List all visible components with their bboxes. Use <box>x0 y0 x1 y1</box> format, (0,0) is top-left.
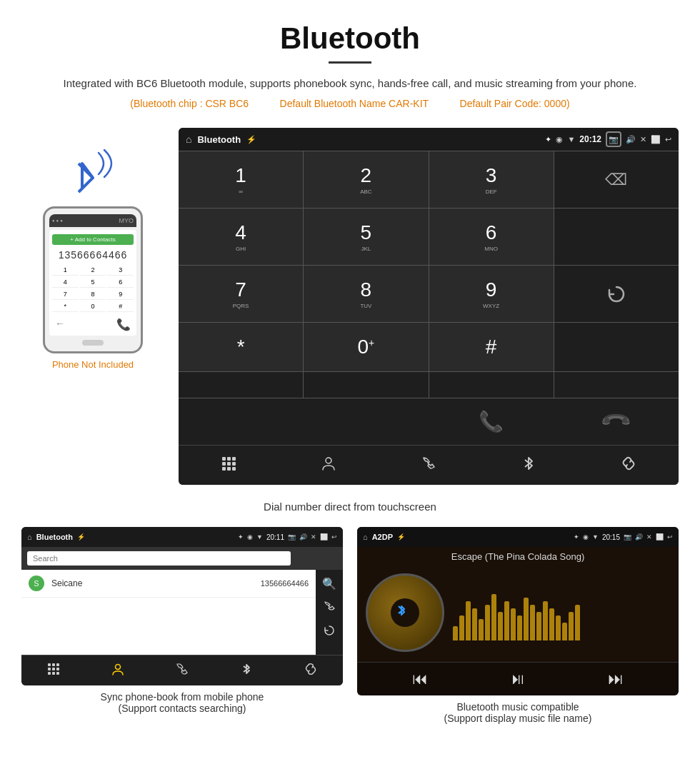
music-statusbar: ⌂ A2DP ⚡ ✦ ◉ ▼ 20:15 📷 🔊 ✕ ⬜ ↩ <box>357 527 679 547</box>
visualizer-bar <box>530 605 535 640</box>
dialpad-android-screen: ⌂ Bluetooth ⚡ ✦ ◉ ▼ 20:12 📷 🔊 ✕ ⬜ ↩ 1 ∞ <box>179 128 679 485</box>
visualizer-bar <box>453 626 458 640</box>
dial-key-7[interactable]: 7 PQRS <box>179 266 303 322</box>
pb-link-btn[interactable] <box>279 655 343 685</box>
svg-rect-14 <box>52 668 55 670</box>
close-btn[interactable]: ✕ <box>640 135 646 144</box>
link-icon[interactable] <box>579 446 679 485</box>
music-controls: ⏮ ⏯ ⏭ <box>357 662 679 695</box>
dial-key-star[interactable]: * <box>179 323 303 371</box>
contacts-icon[interactable] <box>279 446 379 485</box>
pb-phone-btn[interactable] <box>150 655 214 685</box>
pb-statusbar: ⌂ Bluetooth ⚡ ✦ ◉ ▼ 20:11 📷 🔊 ✕ ⬜ ↩ <box>21 527 343 547</box>
phone-dots: ●●● <box>52 218 64 223</box>
svg-rect-15 <box>56 668 59 670</box>
pb-phone-side-icon[interactable] <box>324 600 335 615</box>
usb-icon: ⚡ <box>246 135 256 144</box>
music-screenshot-box: ⌂ A2DP ⚡ ✦ ◉ ▼ 20:15 📷 🔊 ✕ ⬜ ↩ Escape (T… <box>357 527 679 727</box>
visualizer-bar <box>511 608 516 640</box>
visualizer-bar <box>498 612 503 640</box>
album-art <box>366 573 444 652</box>
dial-key-4[interactable]: 4 GHI <box>179 208 303 265</box>
phone-call-icon[interactable]: 📞 <box>116 318 131 331</box>
pb-search-side-icon[interactable]: 🔍 <box>322 577 336 590</box>
music-cam-icon: 📷 <box>624 533 631 541</box>
pb-dialpad-btn[interactable] <box>21 655 86 685</box>
pb-search-input[interactable] <box>27 551 291 566</box>
page-header: Bluetooth Integrated with BC6 Bluetooth … <box>0 0 700 128</box>
pb-contacts-btn[interactable] <box>86 655 150 685</box>
call-left-empty2 <box>304 398 429 445</box>
bluetooth-signal <box>64 142 121 199</box>
dial-key-hash[interactable]: # <box>429 323 554 371</box>
back-btn[interactable]: ↩ <box>665 135 671 144</box>
dial-key-redial[interactable] <box>554 266 679 322</box>
next-track-btn[interactable]: ⏭ <box>608 670 624 688</box>
dial-key-3[interactable]: 3 DEF <box>429 151 554 208</box>
pb-caption-line1: Sync phone-book from mobile phone <box>101 691 264 703</box>
dialpad-grid: 1 ∞ 2 ABC 3 DEF ⌫ 4 GHI 5 JKL <box>179 151 679 371</box>
bt-name: Default Bluetooth Name CAR-KIT <box>280 98 429 109</box>
volume-icon[interactable]: 🔊 <box>626 135 636 144</box>
dial-key-5[interactable]: 5 JKL <box>304 208 428 265</box>
music-content <box>357 563 679 662</box>
visualizer-bar <box>517 615 522 640</box>
svg-rect-16 <box>48 672 51 675</box>
phone-dialpad: 1 2 3 4 5 6 7 8 9 * 0 # <box>52 265 134 312</box>
music-bt-icon: ✦ <box>574 533 579 541</box>
song-title: Escape (The Pina Colada Song) <box>357 547 679 563</box>
call-button[interactable]: 📞 <box>429 398 554 445</box>
pb-contact-row: S Seicane 13566664466 <box>21 570 316 598</box>
end-button[interactable]: 📞 <box>554 398 679 445</box>
dial-key-1[interactable]: 1 ∞ <box>179 151 303 208</box>
svg-rect-1 <box>227 457 231 461</box>
svg-rect-6 <box>222 467 226 471</box>
add-contacts-btn[interactable]: + Add to Contacts <box>52 234 134 245</box>
play-pause-btn[interactable]: ⏯ <box>510 670 526 688</box>
svg-rect-4 <box>227 462 231 466</box>
statusbar-left: ⌂ Bluetooth ⚡ <box>186 134 256 145</box>
dial-key-backspace[interactable]: ⌫ <box>554 151 679 208</box>
dial-key-8[interactable]: 8 TUV <box>304 266 428 322</box>
visualizer-bar <box>459 615 464 640</box>
statusbar-right: ✦ ◉ ▼ 20:12 📷 🔊 ✕ ⬜ ↩ <box>545 131 671 147</box>
phone-icon[interactable] <box>379 446 479 485</box>
music-home-icon: ⌂ <box>363 533 368 541</box>
dial-key-empty-2 <box>554 323 679 371</box>
music-vol-icon: 🔊 <box>635 533 643 541</box>
pb-search-row <box>21 547 343 570</box>
status-time: 20:12 <box>579 134 601 144</box>
bluetooth-bottom-icon[interactable] <box>479 446 579 485</box>
description-text: Integrated with BC6 Bluetooth module, su… <box>43 75 657 92</box>
music-time: 20:15 <box>602 533 620 541</box>
pb-bt-btn[interactable] <box>214 655 279 685</box>
visualizer-bar <box>556 615 561 640</box>
home-icon[interactable]: ⌂ <box>186 134 191 145</box>
music-screen: ⌂ A2DP ⚡ ✦ ◉ ▼ 20:15 📷 🔊 ✕ ⬜ ↩ Escape (T… <box>357 527 679 695</box>
call-left-empty <box>179 398 304 445</box>
pb-bt-icon: ✦ <box>238 533 244 541</box>
phone-back-icon[interactable]: ← <box>55 318 65 331</box>
dial-key-6[interactable]: 6 MNO <box>429 208 554 265</box>
window-btn[interactable]: ⬜ <box>651 135 661 144</box>
pb-sig-icon: ▼ <box>256 533 263 541</box>
pb-home-icon: ⌂ <box>27 533 32 541</box>
pb-redial-side-icon[interactable] <box>324 625 335 639</box>
dial-key-2[interactable]: 2 ABC <box>304 151 428 208</box>
svg-rect-18 <box>56 672 59 675</box>
camera-btn[interactable]: 📷 <box>606 131 621 147</box>
dial-key-0[interactable]: 0+ <box>304 323 428 371</box>
music-caption-line2: (Support display music file name) <box>444 713 592 724</box>
visualizer-bar <box>549 608 554 640</box>
page-title: Bluetooth <box>43 21 657 56</box>
visualizer-bar <box>575 605 580 640</box>
pb-usb-icon: ⚡ <box>77 533 85 541</box>
dialpad-icon[interactable] <box>179 446 279 485</box>
prev-track-btn[interactable]: ⏮ <box>412 670 428 688</box>
phone-bottom-row: ← 📞 <box>52 315 134 331</box>
phone-home-button[interactable] <box>82 340 104 346</box>
bt-status-icon: ✦ <box>545 135 551 144</box>
call-empty-4 <box>554 372 679 398</box>
bt-code: Default Pair Code: 0000) <box>460 98 570 109</box>
dial-key-9[interactable]: 9 WXYZ <box>429 266 554 322</box>
